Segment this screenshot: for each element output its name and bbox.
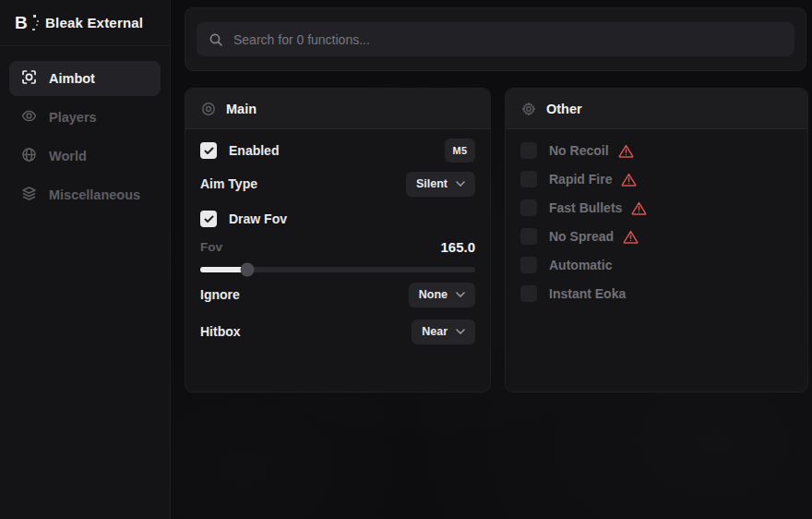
fov-row: Fov 165.0 [200, 238, 475, 255]
ignore-label: Ignore [200, 287, 240, 302]
sidebar-item-players[interactable]: Players [9, 100, 161, 135]
fov-slider[interactable] [200, 262, 475, 276]
fast-bullets-label: Fast Bullets [549, 200, 622, 215]
panel-other: Other No Recoil Rapid Fire [505, 88, 808, 392]
panel-main: Main Enabled M5 Aim Type Silent [185, 88, 491, 392]
target-icon [201, 102, 216, 116]
rapid-fire-checkbox[interactable] [520, 171, 537, 187]
toggle-row-rapid-fire: Rapid Fire [520, 167, 793, 191]
app-logo-icon: B [15, 13, 35, 33]
layers-icon [21, 186, 37, 204]
instant-eoka-checkbox[interactable] [520, 285, 537, 302]
aim-type-value: Silent [416, 177, 448, 190]
fov-value: 165.0 [440, 239, 475, 255]
draw-fov-row: Draw Fov [200, 207, 475, 231]
automatic-label: Automatic [549, 258, 612, 272]
panel-main-header: Main [185, 89, 490, 129]
automatic-checkbox[interactable] [520, 257, 537, 273]
warning-icon [631, 201, 647, 215]
panel-main-body: Enabled M5 Aim Type Silent [185, 139, 490, 344]
toggle-row-instant-eoka: Instant Eoka [520, 282, 793, 306]
warning-icon [621, 173, 637, 187]
sidebar-item-world[interactable]: World [9, 139, 161, 174]
no-recoil-checkbox[interactable] [520, 142, 537, 159]
rapid-fire-label: Rapid Fire [549, 172, 612, 187]
globe-icon [21, 147, 37, 165]
toggle-row-no-recoil: No Recoil [520, 139, 793, 163]
search-panel [185, 7, 806, 71]
panel-other-header: Other [506, 89, 807, 129]
no-spread-label: No Spread [549, 229, 614, 244]
chevron-down-icon [456, 329, 465, 334]
chevron-down-icon [456, 181, 465, 187]
enabled-label: Enabled [229, 143, 279, 158]
crosshair-icon [21, 69, 37, 88]
fov-slider-handle[interactable] [240, 262, 254, 276]
fast-bullets-checkbox[interactable] [520, 199, 537, 216]
sidebar-item-label: Miscellaneous [49, 187, 140, 202]
no-spread-checkbox[interactable] [520, 228, 537, 245]
ignore-dropdown[interactable]: None [409, 283, 475, 308]
draw-fov-label: Draw Fov [229, 211, 287, 226]
ignore-row: Ignore None [200, 283, 475, 307]
hitbox-dropdown[interactable]: Near [412, 320, 475, 344]
sidebar-item-aimbot[interactable]: Aimbot [9, 61, 161, 96]
search-box[interactable] [197, 22, 794, 56]
toggle-row-automatic: Automatic [520, 253, 793, 277]
search-icon [209, 32, 223, 47]
aim-type-label: Aim Type [200, 176, 257, 191]
fov-label: Fov [200, 240, 222, 254]
eye-icon [21, 108, 37, 127]
panel-title: Main [226, 102, 257, 116]
aim-type-dropdown[interactable]: Silent [406, 172, 475, 197]
draw-fov-checkbox[interactable] [200, 211, 217, 227]
no-recoil-label: No Recoil [549, 143, 609, 158]
instant-eoka-label: Instant Eoka [549, 286, 626, 301]
keybind-badge[interactable]: M5 [445, 139, 475, 163]
toggle-row-fast-bullets: Fast Bullets [520, 196, 793, 220]
sidebar-item-miscellaneous[interactable]: Miscellaneous [9, 177, 161, 212]
content-area: Main Enabled M5 Aim Type Silent [171, 0, 812, 519]
enabled-checkbox[interactable] [200, 142, 217, 159]
hitbox-label: Hitbox [200, 324, 241, 339]
panel-other-body: No Recoil Rapid Fire [506, 139, 807, 306]
sidebar-nav: Aimbot Players [0, 46, 170, 212]
sidebar-item-label: World [49, 149, 87, 163]
aim-type-row: Aim Type Silent [200, 172, 475, 196]
sidebar: B Bleak External Aimbot [0, 0, 171, 519]
app-window: B Bleak External Aimbot [0, 0, 812, 519]
panel-title: Other [546, 102, 582, 116]
chevron-down-icon [456, 292, 465, 297]
search-input[interactable] [233, 32, 782, 47]
sidebar-item-label: Aimbot [49, 71, 95, 86]
enabled-row: Enabled M5 [200, 139, 475, 163]
toggle-row-no-spread: No Spread [520, 224, 793, 248]
hitbox-row: Hitbox Near [200, 320, 475, 344]
hitbox-value: Near [422, 325, 448, 338]
sidebar-header: B Bleak External [0, 0, 170, 46]
app-title: Bleak External [45, 15, 143, 30]
sidebar-item-label: Players [49, 110, 97, 125]
gear-icon [521, 102, 536, 116]
warning-icon [623, 230, 639, 244]
warning-icon [618, 144, 634, 158]
ignore-value: None [419, 288, 448, 301]
